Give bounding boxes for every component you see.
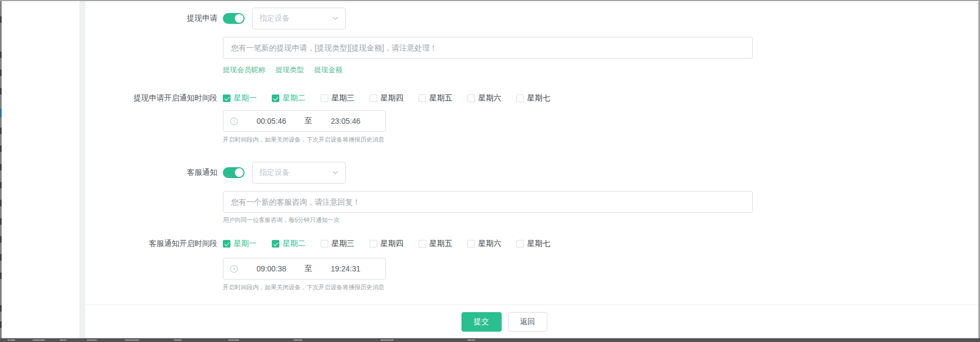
taskbar-sliver [125, 339, 139, 341]
service-time-row: 09:00:38 至 19:24:31 [85, 258, 978, 280]
day-checkbox-saturday[interactable]: 星期六 [467, 239, 501, 249]
day-checkbox-tuesday[interactable]: 星期二 [272, 239, 305, 249]
insert-member-nickname-link[interactable]: 提现会员昵称 [223, 65, 265, 75]
checkbox-icon [370, 240, 377, 248]
select-placeholder: 指定设备 [259, 14, 290, 23]
start-time-value[interactable]: 00:05:46 [238, 117, 305, 125]
service-day-checkbox-group: 星期一 星期二 星期三 星期四 星期五 星期六 星期七 [223, 239, 565, 249]
day-checkbox-thursday[interactable]: 星期四 [370, 93, 403, 103]
checkbox-icon [370, 94, 377, 102]
end-time-value[interactable]: 19:24:31 [313, 264, 379, 273]
day-checkbox-monday[interactable]: 星期一 [223, 239, 257, 249]
checkbox-icon [467, 240, 475, 248]
insert-withdraw-type-link[interactable]: 提现类型 [276, 65, 304, 75]
checkbox-icon [516, 240, 524, 248]
checkbox-icon [419, 240, 426, 248]
withdraw-day-checkbox-group: 星期一 星期二 星期三 星期四 星期五 星期六 星期七 [223, 93, 565, 103]
checkbox-icon [516, 94, 524, 102]
checkbox-icon [467, 94, 475, 102]
taskbar-sliver [380, 339, 394, 341]
service-schedule-label: 客服通知开启时间段 [85, 239, 223, 249]
taskbar-sliver [294, 339, 302, 341]
day-checkbox-friday[interactable]: 星期五 [419, 239, 452, 249]
switch-knob [235, 168, 244, 177]
taskbar-sliver [33, 339, 45, 341]
day-checkbox-monday[interactable]: 星期一 [223, 93, 257, 103]
chevron-down-icon [332, 169, 339, 176]
service-switch[interactable] [223, 167, 245, 178]
taskbar-sliver [174, 339, 182, 341]
withdraw-time-hint-row: 开启时间段内，如果关闭设备，下次开启设备将播报历史消息 [85, 136, 978, 144]
checkbox-icon [223, 94, 230, 102]
notification-settings-form: 提现申请 指定设备 提现会员昵称 提现类型 [85, 1, 978, 305]
chevron-down-icon [332, 15, 339, 22]
withdraw-label: 提现申请 [85, 14, 223, 23]
withdraw-message-row [85, 37, 978, 59]
taskbar-sliver [228, 339, 239, 341]
panel-divider [79, 1, 85, 338]
insert-withdraw-amount-link[interactable]: 提现金额 [314, 65, 342, 75]
service-schedule-row: 客服通知开启时间段 星期一 星期二 星期三 星期四 星期五 星期六 星期七 [85, 239, 978, 249]
checkbox-icon [272, 94, 279, 102]
day-checkbox-sunday[interactable]: 星期七 [516, 239, 550, 249]
checkbox-icon [321, 240, 328, 248]
service-message-hint-row: 用户向同一位客服咨询，每5分钟只通知一次 [85, 216, 978, 224]
day-checkbox-wednesday[interactable]: 星期三 [321, 239, 354, 249]
withdraw-time-range-picker[interactable]: 00:05:46 至 23:05:46 [223, 110, 386, 132]
checkbox-icon [321, 94, 328, 102]
time-separator: 至 [305, 264, 313, 274]
withdraw-device-select[interactable]: 指定设备 [252, 8, 346, 29]
taskbar-sliver [8, 339, 15, 341]
checkbox-icon [223, 240, 230, 248]
time-separator: 至 [305, 116, 313, 126]
day-checkbox-sunday[interactable]: 星期七 [516, 93, 550, 103]
settings-content: 提现申请 指定设备 提现会员昵称 提现类型 [85, 1, 978, 338]
service-message-hint: 用户向同一位客服咨询，每5分钟只通知一次 [223, 216, 340, 224]
taskbar-sliver [60, 339, 66, 341]
service-label: 客服通知 [85, 168, 223, 178]
switch-knob [235, 14, 244, 23]
start-time-value[interactable]: 09:00:38 [238, 264, 305, 273]
withdraw-switch[interactable] [223, 13, 245, 24]
withdraw-schedule-row: 提现申请开启通知时间段 星期一 星期二 星期三 星期四 星期五 星期六 星期七 [85, 93, 978, 103]
service-toggle-row: 客服通知 指定设备 [85, 162, 978, 183]
app-window: 提现申请 指定设备 提现会员昵称 提现类型 [0, 0, 980, 342]
day-checkbox-friday[interactable]: 星期五 [419, 93, 452, 103]
taskbar-sliver [467, 339, 475, 341]
submenu-panel [2, 1, 79, 338]
day-checkbox-saturday[interactable]: 星期六 [467, 93, 501, 103]
select-placeholder: 指定设备 [259, 168, 290, 178]
checkbox-icon [272, 240, 279, 248]
day-checkbox-wednesday[interactable]: 星期三 [321, 93, 354, 103]
day-checkbox-thursday[interactable]: 星期四 [370, 239, 403, 249]
variable-links: 提现会员昵称 提现类型 提现金额 [223, 65, 342, 75]
withdraw-time-hint: 开启时间段内，如果关闭设备，下次开启设备将播报历史消息 [223, 136, 384, 144]
service-time-hint: 开启时间段内，如果关闭设备，下次开启设备将播报历史消息 [223, 283, 384, 292]
back-button[interactable]: 返回 [508, 312, 547, 332]
service-time-range-picker[interactable]: 09:00:38 至 19:24:31 [223, 258, 386, 280]
submit-button[interactable]: 提交 [461, 312, 502, 332]
service-message-row [85, 191, 978, 213]
clock-icon [230, 117, 238, 125]
service-time-hint-row: 开启时间段内，如果关闭设备，下次开启设备将播报历史消息 [85, 283, 978, 292]
checkbox-icon [419, 94, 426, 102]
day-checkbox-tuesday[interactable]: 星期二 [272, 93, 305, 103]
service-message-input[interactable] [223, 191, 753, 213]
withdraw-toggle-row: 提现申请 指定设备 [85, 8, 978, 29]
withdraw-time-row: 00:05:46 至 23:05:46 [85, 110, 978, 132]
withdraw-schedule-label: 提现申请开启通知时间段 [85, 93, 223, 103]
form-footer: 提交 返回 [85, 305, 978, 338]
end-time-value[interactable]: 23:05:46 [313, 117, 379, 125]
window-bottom-edge [0, 338, 980, 342]
withdraw-variable-links-row: 提现会员昵称 提现类型 提现金额 [85, 65, 978, 75]
clock-icon [230, 265, 238, 273]
withdraw-message-input[interactable] [223, 37, 753, 59]
taskbar-sliver [87, 339, 97, 341]
service-device-select[interactable]: 指定设备 [252, 162, 346, 183]
